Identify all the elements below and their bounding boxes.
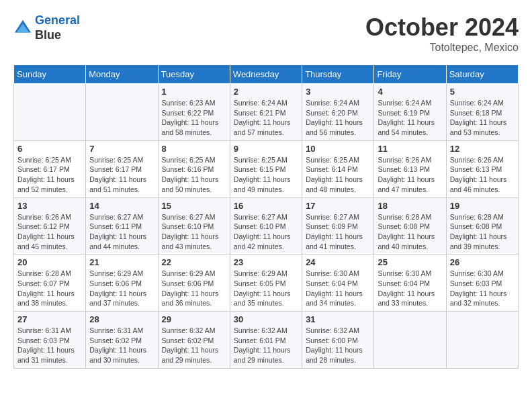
calendar-cell bbox=[86, 84, 158, 141]
day-number: 20 bbox=[17, 257, 82, 267]
calendar-cell: 3Sunrise: 6:24 AM Sunset: 6:20 PM Daylig… bbox=[302, 84, 374, 141]
day-detail: Sunrise: 6:31 AM Sunset: 6:03 PM Dayligh… bbox=[17, 326, 82, 365]
day-detail: Sunrise: 6:25 AM Sunset: 6:17 PM Dayligh… bbox=[89, 155, 154, 195]
month-title: October 2024 bbox=[365, 13, 519, 42]
day-number: 23 bbox=[234, 257, 298, 267]
calendar-cell: 17Sunrise: 6:27 AM Sunset: 6:09 PM Dayli… bbox=[302, 197, 374, 255]
day-detail: Sunrise: 6:23 AM Sunset: 6:22 PM Dayligh… bbox=[162, 98, 226, 138]
day-detail: Sunrise: 6:26 AM Sunset: 6:13 PM Dayligh… bbox=[450, 155, 515, 195]
calendar-cell bbox=[446, 312, 518, 369]
calendar-week-row: 13Sunrise: 6:26 AM Sunset: 6:12 PM Dayli… bbox=[14, 197, 519, 255]
calendar-cell: 20Sunrise: 6:28 AM Sunset: 6:07 PM Dayli… bbox=[14, 255, 86, 312]
calendar-cell: 27Sunrise: 6:31 AM Sunset: 6:03 PM Dayli… bbox=[14, 312, 86, 369]
day-number: 6 bbox=[17, 144, 82, 154]
day-detail: Sunrise: 6:31 AM Sunset: 6:02 PM Dayligh… bbox=[89, 326, 154, 365]
day-number: 15 bbox=[162, 201, 226, 211]
day-number: 21 bbox=[89, 257, 154, 267]
day-of-week-header: Saturday bbox=[446, 65, 518, 84]
day-number: 26 bbox=[450, 257, 515, 267]
calendar-cell: 13Sunrise: 6:26 AM Sunset: 6:12 PM Dayli… bbox=[14, 197, 86, 255]
day-number: 22 bbox=[162, 257, 226, 267]
title-block: October 2024 Totoltepec, Mexico bbox=[365, 13, 519, 54]
calendar-cell: 26Sunrise: 6:30 AM Sunset: 6:03 PM Dayli… bbox=[446, 255, 518, 312]
day-number: 17 bbox=[306, 201, 370, 211]
day-of-week-header: Tuesday bbox=[158, 65, 230, 84]
day-number: 11 bbox=[378, 144, 442, 154]
day-detail: Sunrise: 6:32 AM Sunset: 6:00 PM Dayligh… bbox=[306, 326, 370, 365]
day-number: 7 bbox=[89, 144, 154, 154]
calendar-cell bbox=[14, 84, 86, 141]
day-number: 8 bbox=[162, 144, 226, 154]
day-detail: Sunrise: 6:28 AM Sunset: 6:07 PM Dayligh… bbox=[17, 269, 82, 308]
day-detail: Sunrise: 6:30 AM Sunset: 6:04 PM Dayligh… bbox=[378, 269, 442, 308]
calendar-cell: 22Sunrise: 6:29 AM Sunset: 6:06 PM Dayli… bbox=[158, 255, 230, 312]
day-number: 2 bbox=[234, 87, 298, 97]
day-detail: Sunrise: 6:32 AM Sunset: 6:01 PM Dayligh… bbox=[234, 326, 298, 365]
day-detail: Sunrise: 6:26 AM Sunset: 6:13 PM Dayligh… bbox=[378, 155, 442, 195]
calendar-cell: 30Sunrise: 6:32 AM Sunset: 6:01 PM Dayli… bbox=[230, 312, 302, 369]
calendar-cell: 21Sunrise: 6:29 AM Sunset: 6:06 PM Dayli… bbox=[86, 255, 158, 312]
calendar-body: 1Sunrise: 6:23 AM Sunset: 6:22 PM Daylig… bbox=[14, 84, 519, 369]
day-number: 27 bbox=[17, 314, 82, 324]
day-detail: Sunrise: 6:24 AM Sunset: 6:20 PM Dayligh… bbox=[306, 98, 370, 138]
calendar-cell: 31Sunrise: 6:32 AM Sunset: 6:00 PM Dayli… bbox=[302, 312, 374, 369]
calendar-cell: 24Sunrise: 6:30 AM Sunset: 6:04 PM Dayli… bbox=[302, 255, 374, 312]
calendar-cell: 4Sunrise: 6:24 AM Sunset: 6:19 PM Daylig… bbox=[374, 84, 446, 141]
calendar-cell: 8Sunrise: 6:25 AM Sunset: 6:16 PM Daylig… bbox=[158, 140, 230, 197]
calendar-cell: 19Sunrise: 6:28 AM Sunset: 6:08 PM Dayli… bbox=[446, 197, 518, 255]
day-number: 31 bbox=[306, 314, 370, 324]
day-detail: Sunrise: 6:29 AM Sunset: 6:06 PM Dayligh… bbox=[162, 269, 226, 308]
calendar-week-row: 27Sunrise: 6:31 AM Sunset: 6:03 PM Dayli… bbox=[14, 312, 519, 369]
calendar-cell: 10Sunrise: 6:25 AM Sunset: 6:14 PM Dayli… bbox=[302, 140, 374, 197]
day-detail: Sunrise: 6:29 AM Sunset: 6:06 PM Dayligh… bbox=[89, 269, 154, 308]
calendar-cell: 1Sunrise: 6:23 AM Sunset: 6:22 PM Daylig… bbox=[158, 84, 230, 141]
day-number: 13 bbox=[17, 201, 82, 211]
calendar-cell: 12Sunrise: 6:26 AM Sunset: 6:13 PM Dayli… bbox=[446, 140, 518, 197]
calendar-cell: 6Sunrise: 6:25 AM Sunset: 6:17 PM Daylig… bbox=[14, 140, 86, 197]
calendar-cell: 9Sunrise: 6:25 AM Sunset: 6:15 PM Daylig… bbox=[230, 140, 302, 197]
day-detail: Sunrise: 6:28 AM Sunset: 6:08 PM Dayligh… bbox=[450, 212, 515, 252]
day-detail: Sunrise: 6:24 AM Sunset: 6:18 PM Dayligh… bbox=[450, 98, 515, 138]
page-header: General Blue October 2024 Totoltepec, Me… bbox=[13, 13, 519, 54]
day-detail: Sunrise: 6:32 AM Sunset: 6:02 PM Dayligh… bbox=[162, 326, 226, 365]
calendar-week-row: 1Sunrise: 6:23 AM Sunset: 6:22 PM Daylig… bbox=[14, 84, 519, 141]
day-number: 29 bbox=[162, 314, 226, 324]
day-detail: Sunrise: 6:27 AM Sunset: 6:10 PM Dayligh… bbox=[234, 212, 298, 252]
calendar-cell: 23Sunrise: 6:29 AM Sunset: 6:05 PM Dayli… bbox=[230, 255, 302, 312]
day-detail: Sunrise: 6:25 AM Sunset: 6:14 PM Dayligh… bbox=[306, 155, 370, 195]
logo: General Blue bbox=[13, 13, 80, 42]
day-of-week-header: Wednesday bbox=[230, 65, 302, 84]
calendar-week-row: 20Sunrise: 6:28 AM Sunset: 6:07 PM Dayli… bbox=[14, 255, 519, 312]
day-detail: Sunrise: 6:30 AM Sunset: 6:03 PM Dayligh… bbox=[450, 269, 515, 308]
calendar-cell: 25Sunrise: 6:30 AM Sunset: 6:04 PM Dayli… bbox=[374, 255, 446, 312]
day-number: 28 bbox=[89, 314, 154, 324]
day-of-week-header: Sunday bbox=[14, 65, 86, 84]
day-number: 4 bbox=[378, 87, 442, 97]
day-number: 16 bbox=[234, 201, 298, 211]
day-detail: Sunrise: 6:24 AM Sunset: 6:19 PM Dayligh… bbox=[378, 98, 442, 138]
day-detail: Sunrise: 6:27 AM Sunset: 6:10 PM Dayligh… bbox=[162, 212, 226, 252]
day-number: 3 bbox=[306, 87, 370, 97]
calendar-header: SundayMondayTuesdayWednesdayThursdayFrid… bbox=[14, 65, 519, 84]
day-detail: Sunrise: 6:28 AM Sunset: 6:08 PM Dayligh… bbox=[378, 212, 442, 252]
day-number: 10 bbox=[306, 144, 370, 154]
day-detail: Sunrise: 6:30 AM Sunset: 6:04 PM Dayligh… bbox=[306, 269, 370, 308]
calendar-cell: 2Sunrise: 6:24 AM Sunset: 6:21 PM Daylig… bbox=[230, 84, 302, 141]
day-detail: Sunrise: 6:27 AM Sunset: 6:11 PM Dayligh… bbox=[89, 212, 154, 252]
day-detail: Sunrise: 6:26 AM Sunset: 6:12 PM Dayligh… bbox=[17, 212, 82, 252]
day-detail: Sunrise: 6:25 AM Sunset: 6:15 PM Dayligh… bbox=[234, 155, 298, 195]
day-number: 19 bbox=[450, 201, 515, 211]
day-of-week-header: Thursday bbox=[302, 65, 374, 84]
day-number: 18 bbox=[378, 201, 442, 211]
calendar-table: SundayMondayTuesdayWednesdayThursdayFrid… bbox=[13, 64, 519, 369]
calendar-week-row: 6Sunrise: 6:25 AM Sunset: 6:17 PM Daylig… bbox=[14, 140, 519, 197]
day-number: 12 bbox=[450, 144, 515, 154]
calendar-cell: 5Sunrise: 6:24 AM Sunset: 6:18 PM Daylig… bbox=[446, 84, 518, 141]
calendar-cell: 15Sunrise: 6:27 AM Sunset: 6:10 PM Dayli… bbox=[158, 197, 230, 255]
calendar-cell bbox=[374, 312, 446, 369]
day-number: 5 bbox=[450, 87, 515, 97]
day-number: 1 bbox=[162, 87, 226, 97]
day-number: 24 bbox=[306, 257, 370, 267]
logo-icon bbox=[13, 19, 32, 38]
day-of-week-header: Friday bbox=[374, 65, 446, 84]
